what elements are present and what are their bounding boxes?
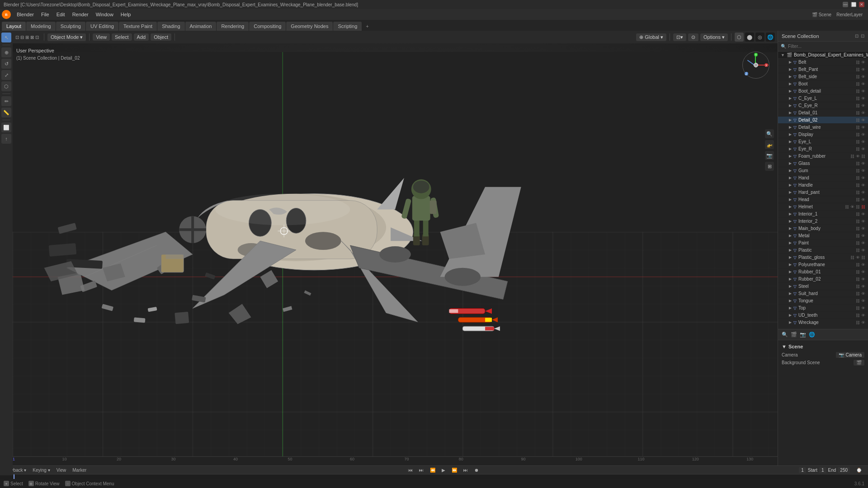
viewport-object-menu[interactable]: Object: [151, 33, 171, 41]
keyframe-speed-icon[interactable]: ⌚: [853, 468, 865, 473]
frame-ruler[interactable]: 1 10 20 30 40 50 60 70 80 90 100 110 120…: [0, 456, 778, 465]
viewport-view-menu[interactable]: View: [93, 33, 110, 41]
tab-modeling[interactable]: Modeling: [26, 22, 56, 31]
outliner-item-plastic[interactable]: ▶▽Plastic ⛓👁: [778, 247, 868, 254]
tool-annotate[interactable]: ✏: [1, 96, 11, 106]
close-button[interactable]: ✕: [859, 2, 864, 7]
outliner-search-input[interactable]: [788, 44, 865, 49]
outliner-item-boot-detail[interactable]: ▶▽Boot_detail ⛓👁: [778, 88, 868, 95]
tab-animation[interactable]: Animation: [185, 22, 217, 31]
tab-rendering[interactable]: Rendering: [217, 22, 249, 31]
tool-measure[interactable]: 📏: [1, 108, 11, 117]
outliner-item-steel[interactable]: ▶▽Steel ⛓👁: [778, 283, 868, 290]
outliner-item-detail-02[interactable]: ▶▽Detail_02 ⛓👁: [778, 117, 868, 124]
gizmo-z-dot[interactable]: Z: [745, 72, 748, 75]
scene-section-header[interactable]: ▼ Scene: [782, 344, 864, 349]
outliner-item-display[interactable]: ▶▽Display ⛓👁: [778, 131, 868, 138]
bg-scene-value[interactable]: 🎬: [854, 360, 864, 366]
outliner-item-foam-rubber[interactable]: ▶▽Foam_rubber ⛓👁⛓: [778, 153, 868, 160]
tool-add-cube[interactable]: ⬜: [1, 122, 11, 132]
fly-mode-btn[interactable]: 🚁: [765, 140, 774, 149]
window-controls[interactable]: — ⬜ ✕: [843, 2, 864, 7]
jump-start-btn[interactable]: ⏮: [406, 468, 415, 473]
world-props-icon[interactable]: 🌐: [809, 332, 815, 338]
tab-uv-editing[interactable]: UV Editing: [86, 22, 118, 31]
outliner-item-belt-pant[interactable]: ▶ ▽ Belt_Pant ⛓👁: [778, 66, 868, 73]
tab-texture-paint[interactable]: Texture Paint: [119, 22, 157, 31]
viewport[interactable]: User Perspective (1) Scene Collection | …: [13, 43, 778, 465]
outliner-item-metal[interactable]: ▶▽Metal ⛓👁: [778, 232, 868, 239]
outliner-item-c-eye-l[interactable]: ▶▽C_Eye_L ⛓👁: [778, 95, 868, 102]
snapping-btn[interactable]: ⊡▾: [673, 33, 686, 41]
outliner-item-helmet[interactable]: ▶▽Helmet ⛓👁⛓⛓: [778, 203, 868, 211]
outliner-item-eye-r[interactable]: ▶▽Eye_R ⛓👁: [778, 145, 868, 153]
options-dropdown[interactable]: Options ▾: [700, 33, 728, 41]
outliner-scene-collection[interactable]: ▼ 🎬 Bomb_Disposal_Expert_Examines_Wrec: [778, 52, 868, 59]
proportional-btn[interactable]: ⊙: [688, 33, 698, 41]
outliner-item-belt[interactable]: ▶ ▽ Belt ⛓ 👁: [778, 59, 868, 66]
object-list-btn[interactable]: ⊞: [765, 162, 774, 171]
add-workspace-button[interactable]: +: [362, 22, 372, 31]
item-vis-icon-belt[interactable]: 👁: [861, 60, 865, 65]
material-mode-btn[interactable]: ◎: [755, 33, 764, 42]
outliner-item-ud-teeth[interactable]: ▶▽UD_teeth ⛓👁: [778, 312, 868, 319]
menu-render[interactable]: Render: [69, 11, 92, 18]
outliner-item-rubber-02[interactable]: ▶▽Rubber_02 ⛓👁: [778, 276, 868, 283]
viewport-canvas[interactable]: User Perspective (1) Scene Collection | …: [13, 43, 778, 465]
outliner-item-gum[interactable]: ▶▽Gum ⛓👁: [778, 167, 868, 174]
gizmo-y-dot[interactable]: Y: [754, 53, 758, 56]
tab-compositing[interactable]: Compositing: [249, 22, 286, 31]
menu-file[interactable]: File: [38, 11, 52, 18]
viewport-gizmo[interactable]: X Y Z: [738, 47, 774, 83]
tool-rotate[interactable]: ↺: [1, 59, 11, 69]
outliner-item-detail-wire[interactable]: ▶▽Detail_wire ⛓👁: [778, 124, 868, 131]
menu-window[interactable]: Window: [93, 11, 117, 18]
outliner-item-boot[interactable]: ▶▽Boot ⛓👁: [778, 80, 868, 88]
props-camera-icon[interactable]: 📷: [800, 332, 806, 338]
outliner-item-suit-hard[interactable]: ▶▽Suit_hard ⛓👁: [778, 290, 868, 297]
outliner-item-detail-01[interactable]: ▶▽Detail_01 ⛓👁: [778, 109, 868, 117]
outliner-item-hard-pant[interactable]: ▶▽Hard_pant ⛓👁: [778, 189, 868, 196]
tool-transform[interactable]: ⬡: [1, 81, 11, 91]
wireframe-mode-btn[interactable]: ⬡: [735, 33, 744, 42]
jump-back-btn[interactable]: ⏭: [417, 468, 425, 473]
outliner-item-handle[interactable]: ▶▽Handle ⛓👁: [778, 182, 868, 189]
scene-props-icon[interactable]: 🎬: [791, 332, 797, 338]
viewport-add-menu[interactable]: Add: [134, 33, 149, 41]
gizmo-circle[interactable]: X Y Z: [742, 52, 769, 79]
outliner-item-glass[interactable]: ▶▽Glass ⛓👁: [778, 160, 868, 167]
properties-search-icon[interactable]: 🔍: [782, 332, 788, 338]
object-mode-dropdown[interactable]: Object Mode ▾: [47, 33, 86, 41]
record-btn[interactable]: ⏺: [472, 468, 481, 473]
start-frame-display[interactable]: 1: [819, 467, 826, 473]
timeline-frames[interactable]: [0, 474, 868, 479]
outliner-item-interior-1[interactable]: ▶▽Interior_1 ⛓👁: [778, 211, 868, 218]
tab-layout[interactable]: Layout: [2, 22, 26, 31]
tool-select[interactable]: ↖: [1, 33, 11, 42]
outliner-item-plastic-gloss[interactable]: ▶▽Plastic_gloss ⛓👁⛓: [778, 254, 868, 261]
outliner-item-interior-2[interactable]: ▶▽Interior_2 ⛓👁: [778, 218, 868, 225]
end-frame-display[interactable]: 250: [838, 467, 850, 473]
menu-edit[interactable]: Edit: [53, 11, 68, 18]
marker-menu[interactable]: Marker: [71, 468, 88, 473]
play-btn[interactable]: ▶: [440, 468, 447, 473]
maximize-button[interactable]: ⬜: [851, 2, 856, 7]
outliner-item-polyurethane[interactable]: ▶▽Polyurethane ⛓👁: [778, 261, 868, 268]
tool-extrude[interactable]: ↑: [1, 134, 11, 144]
outliner-item-rubber-01[interactable]: ▶▽Rubber_01 ⛓👁: [778, 268, 868, 276]
viewport-select-menu[interactable]: Select: [112, 33, 132, 41]
step-forward-btn[interactable]: ⏩: [450, 468, 459, 473]
camera-view-btn[interactable]: 📷: [765, 151, 774, 160]
tab-geometry-nodes[interactable]: Geometry Nodes: [286, 22, 333, 31]
outliner-item-head[interactable]: ▶▽Head ⛓👁: [778, 196, 868, 203]
outliner-item-hand[interactable]: ▶▽Hand ⛓👁: [778, 174, 868, 182]
outliner-filter-icon[interactable]: ⊡: [855, 33, 859, 38]
zoom-in-btn[interactable]: 🔍: [765, 129, 774, 138]
outliner-display-icon[interactable]: ⊡: [861, 33, 864, 38]
outliner-item-c-eye-r[interactable]: ▶▽C_Eye_R ⛓👁: [778, 102, 868, 109]
outliner-item-eye-l[interactable]: ▶▽Eye_L ⛓👁: [778, 138, 868, 145]
jump-end-btn[interactable]: ⏭: [462, 468, 470, 473]
camera-prop-value[interactable]: 📷 Camera: [836, 352, 864, 358]
keying-menu[interactable]: Keying ▾: [31, 468, 52, 473]
menu-help[interactable]: Help: [118, 11, 134, 18]
